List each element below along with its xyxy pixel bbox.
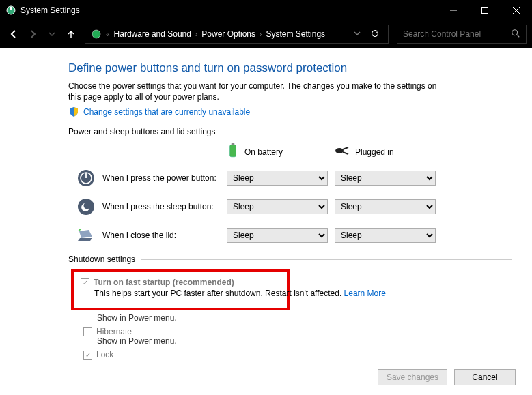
footer-buttons: Save changes Cancel <box>378 369 516 385</box>
section-label-text: Shutdown settings <box>68 254 135 264</box>
page-heading: Define power buttons and turn on passwor… <box>68 61 512 75</box>
sleep-desc: Show in Power menu. <box>97 313 512 323</box>
fast-startup-desc: This helps start your PC faster after sh… <box>94 289 280 298</box>
window-controls <box>438 0 532 20</box>
search-box[interactable] <box>397 25 527 44</box>
breadcrumb-root-chevron[interactable]: « <box>106 31 110 38</box>
app-icon <box>5 5 16 16</box>
power-button-plugged-select[interactable]: Sleep <box>335 171 436 186</box>
lock-checkbox[interactable] <box>83 351 92 360</box>
title-bar: System Settings <box>0 0 532 20</box>
row-label-text: When I press the sleep button: <box>102 202 214 211</box>
chevron-right-icon: › <box>260 31 262 38</box>
breadcrumb-item-power[interactable]: Power Options <box>201 29 255 39</box>
power-button-battery-select[interactable]: Sleep <box>227 171 328 186</box>
close-lid-battery-select[interactable]: Sleep <box>227 228 328 243</box>
fast-startup-label: Turn on fast startup (recommended) <box>94 278 234 287</box>
svg-rect-9 <box>230 145 236 158</box>
svg-point-15 <box>78 199 94 215</box>
close-button[interactable] <box>501 0 532 20</box>
window-title: System Settings <box>20 5 80 15</box>
row-label-text: When I close the lid: <box>102 231 176 240</box>
hibernate-label: Hibernate <box>96 327 132 336</box>
minimize-button[interactable] <box>438 0 469 20</box>
section-power-sleep: Power and sleep buttons and lid settings <box>68 127 512 136</box>
col-head-battery: On battery <box>227 143 335 160</box>
sleep-button-icon <box>76 197 96 216</box>
section-label-text: Power and sleep buttons and lid settings <box>68 127 215 136</box>
nav-recent-dropdown[interactable] <box>44 26 60 42</box>
page-description: Choose the power settings that you want … <box>68 81 437 102</box>
breadcrumb-item-hardware[interactable]: Hardware and Sound <box>114 29 191 39</box>
battery-icon <box>227 143 239 160</box>
plug-icon <box>335 146 350 158</box>
close-lid-plugged-select[interactable]: Sleep <box>335 228 436 243</box>
hibernate-desc: Show in Power menu. <box>97 336 512 346</box>
nav-forward-button[interactable] <box>25 26 41 42</box>
svg-point-7 <box>512 29 518 35</box>
section-shutdown: Shutdown settings <box>68 254 512 264</box>
laptop-lid-icon <box>76 226 96 245</box>
breadcrumb-icon <box>91 29 102 40</box>
power-button-icon <box>76 169 96 188</box>
col-head-plugged: Plugged in <box>335 146 443 158</box>
sleep-button-battery-select[interactable]: Sleep <box>227 199 328 214</box>
search-input[interactable] <box>403 29 511 39</box>
row-sleep-button: When I press the sleep button: Sleep Sle… <box>76 197 512 216</box>
shield-icon <box>68 106 79 117</box>
cancel-button[interactable]: Cancel <box>454 369 516 385</box>
hibernate-checkbox[interactable] <box>83 327 92 336</box>
change-settings-link[interactable]: Change settings that are currently unava… <box>83 107 250 117</box>
save-changes-button[interactable]: Save changes <box>378 369 447 385</box>
chevron-down-icon[interactable] <box>354 29 361 39</box>
breadcrumb-item-system[interactable]: System Settings <box>266 29 325 39</box>
svg-rect-10 <box>232 143 234 145</box>
search-icon[interactable] <box>511 29 520 40</box>
highlight-fast-startup: Turn on fast startup (recommended) This … <box>71 269 290 310</box>
svg-point-6 <box>92 30 100 38</box>
nav-back-button[interactable] <box>5 26 22 42</box>
learn-more-link[interactable]: Learn More <box>344 289 386 298</box>
chevron-right-icon: › <box>195 31 197 38</box>
svg-rect-1 <box>10 7 12 10</box>
nav-up-button[interactable] <box>63 26 79 42</box>
fast-startup-checkbox[interactable] <box>81 278 89 287</box>
row-label-text: When I press the power button: <box>102 173 216 183</box>
svg-rect-3 <box>482 8 488 14</box>
svg-point-11 <box>335 148 344 153</box>
breadcrumb[interactable]: « Hardware and Sound › Power Options › S… <box>85 25 389 44</box>
content-area: Define power buttons and turn on passwor… <box>0 48 532 395</box>
power-grid: On battery Plugged in When I press the p… <box>76 143 512 245</box>
refresh-icon[interactable] <box>370 29 380 40</box>
svg-line-8 <box>517 34 520 37</box>
lock-label: Lock <box>96 350 113 360</box>
sleep-button-plugged-select[interactable]: Sleep <box>335 199 436 214</box>
row-close-lid: When I close the lid: Sleep Sleep <box>76 226 512 245</box>
nav-bar: « Hardware and Sound › Power Options › S… <box>0 20 532 48</box>
maximize-button[interactable] <box>469 0 501 20</box>
change-settings-link-row: Change settings that are currently unava… <box>68 106 512 117</box>
row-power-button: When I press the power button: Sleep Sle… <box>76 169 512 188</box>
